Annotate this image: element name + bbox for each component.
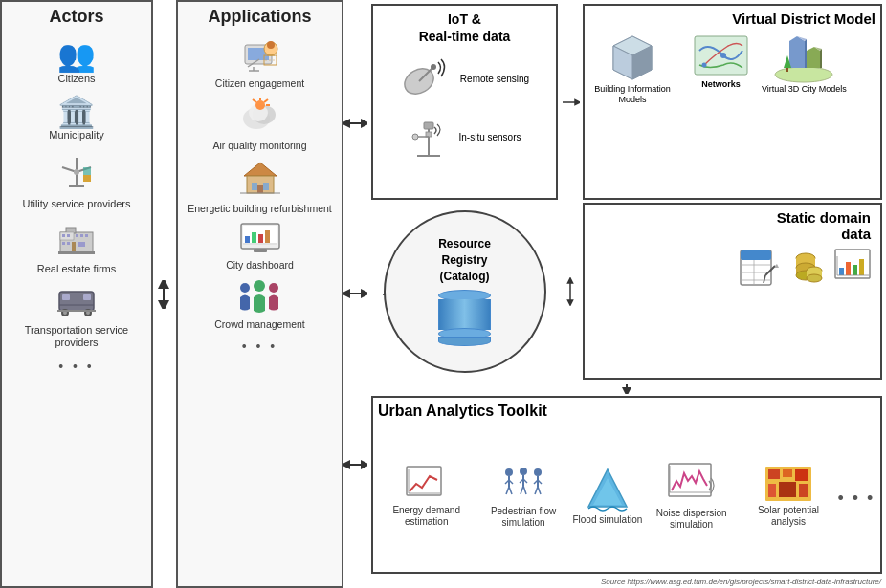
uat-noise-dispersion: Noise dispersion simulation (644, 462, 740, 531)
uat-panel: Urban Analytics Toolkit Energy demand es… (371, 396, 882, 574)
svg-marker-117 (775, 264, 779, 268)
svg-point-38 (267, 41, 275, 49)
svg-point-145 (520, 468, 527, 475)
app-city-dashboard: City dashboard (226, 223, 294, 272)
svg-rect-52 (252, 183, 257, 190)
svg-marker-98 (807, 47, 820, 68)
citizens-icon: 👥 (57, 40, 96, 71)
realestate-label: Real estate firms (37, 263, 117, 275)
svg-line-150 (523, 486, 526, 494)
flood-label: Flood simulation (572, 514, 642, 526)
svg-rect-61 (265, 230, 270, 243)
main-layout: Actors 👥 Citizens 🏛️ Municipality (0, 0, 886, 588)
municipality-label: Municipality (49, 129, 103, 142)
svg-point-125 (807, 274, 822, 282)
noise-dispersion-icon (667, 462, 717, 508)
svg-rect-166 (768, 484, 776, 497)
spreadsheet-icon (737, 247, 780, 290)
svg-rect-19 (58, 251, 95, 254)
solar-potential-icon (764, 465, 813, 505)
app-air-quality: Air quality monitoring (212, 98, 306, 152)
crowd-management-icon (237, 278, 281, 316)
static-domain-panel: Static domaindata (583, 203, 882, 380)
applications-dots: • • • (242, 338, 277, 354)
building-refurb-icon (240, 159, 280, 201)
uat-flood-simulation: Flood simulation (572, 467, 642, 526)
actor-municipality: 🏛️ Municipality (49, 97, 103, 142)
database-icon (438, 290, 491, 346)
realestate-icon (58, 223, 95, 261)
noise-label: Noise dispersion simulation (644, 508, 740, 531)
svg-rect-6 (83, 175, 91, 182)
actors-title: Actors (49, 7, 103, 27)
svg-line-156 (538, 487, 541, 494)
svg-point-4 (74, 169, 79, 175)
pedestrian-flow-icon (499, 463, 547, 506)
svg-line-144 (509, 487, 512, 494)
arrow-registry-static (561, 203, 580, 380)
in-situ-label: In-situ sensors (458, 132, 521, 142)
svg-rect-22 (83, 294, 91, 300)
iot-title: IoT & Real-time data (419, 11, 511, 45)
citizen-engagement-icon (240, 35, 280, 76)
svg-rect-21 (62, 294, 70, 300)
arrow-iot-vdm (561, 4, 580, 200)
svg-rect-136 (407, 467, 441, 495)
svg-point-45 (255, 100, 265, 110)
svg-rect-12 (76, 234, 78, 237)
svg-rect-165 (795, 469, 808, 481)
svg-rect-54 (257, 185, 263, 193)
svg-marker-50 (244, 163, 277, 176)
svg-rect-164 (783, 469, 792, 477)
svg-point-66 (269, 283, 278, 293)
static-domain-content (589, 247, 875, 290)
svg-marker-100 (820, 49, 822, 68)
uat-title: Urban Analytics Toolkit (378, 403, 875, 420)
static-spreadsheet (737, 247, 780, 290)
mid-section: ResourceRegistry(Catalog) (371, 203, 882, 380)
svg-rect-81 (424, 122, 433, 129)
svg-rect-13 (80, 234, 83, 237)
svg-rect-58 (245, 236, 250, 243)
flood-simulation-icon (584, 467, 631, 514)
svg-rect-10 (62, 234, 65, 237)
svg-rect-167 (779, 482, 796, 497)
svg-point-139 (505, 468, 513, 476)
vdm-title: Virtual District Model (589, 11, 875, 27)
registry-title: ResourceRegistry(Catalog) (438, 236, 491, 284)
vdm-building-info: Building Information Models (589, 32, 676, 105)
svg-line-143 (506, 487, 509, 494)
transport-icon (57, 287, 96, 322)
uat-content: Energy demand estimation (378, 425, 875, 567)
building-info-icon (604, 32, 661, 84)
uat-solar-potential: Solar potential analysis (741, 465, 836, 528)
svg-line-48 (264, 99, 268, 102)
svg-rect-129 (853, 265, 857, 275)
coins-icon (785, 247, 828, 290)
energy-demand-icon (405, 465, 448, 505)
transport-label: Transportation service providers (7, 324, 146, 349)
building-refurb-label: Energetic building refurbishment (188, 203, 332, 215)
app-arrow-3 (343, 455, 367, 474)
svg-marker-97 (805, 39, 807, 68)
source-footer: Source https://www.asg.ed.tum.de/en/gis/… (601, 577, 881, 586)
iot-in-situ: In-situ sensors (408, 113, 521, 161)
3d-city-label: Virtual 3D City Models (762, 84, 847, 95)
iot-panel: IoT & Real-time data Remote sensing (371, 4, 558, 200)
vdm-panel: Virtual District Model Building Informat… (583, 4, 882, 200)
3d-city-icon (770, 32, 837, 84)
utility-label: Utility service providers (22, 198, 130, 210)
remote-sensing-label: Remote sensing (460, 74, 529, 84)
networks-label: Networks (701, 79, 741, 90)
bidirectional-arrow-1 (153, 280, 174, 309)
svg-point-78 (431, 64, 436, 70)
actor-realestate: Real estate firms (37, 223, 117, 275)
in-situ-icon (408, 113, 451, 161)
uat-pedestrian-flow: Pedestrian flow simulation (476, 463, 571, 529)
svg-rect-130 (859, 259, 864, 275)
svg-point-64 (240, 283, 250, 293)
pedestrian-label: Pedestrian flow simulation (476, 506, 571, 529)
svg-rect-53 (263, 183, 269, 190)
static-domain-title: Static domaindata (589, 209, 875, 242)
air-quality-icon (239, 98, 279, 138)
